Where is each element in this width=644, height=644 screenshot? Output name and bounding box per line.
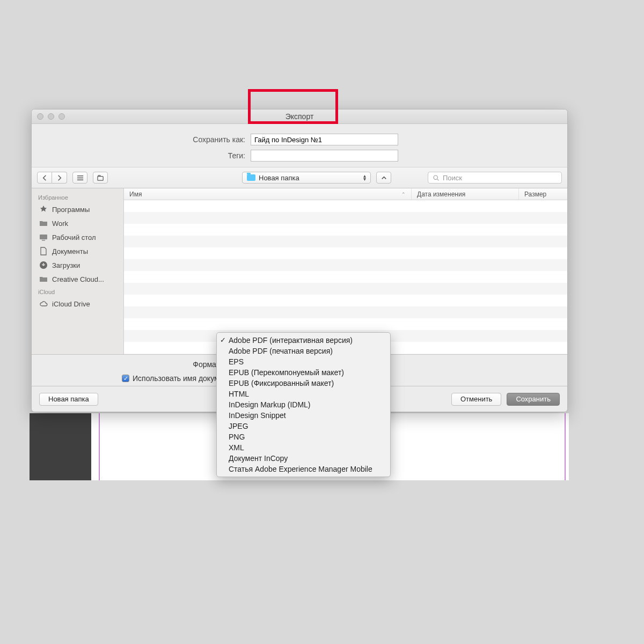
nav-back-button[interactable] [37, 172, 52, 184]
svg-rect-0 [97, 176, 103, 180]
use-doc-name-checkbox[interactable]: ✓ [122, 375, 129, 382]
annotation-highlight [248, 89, 338, 124]
format-option[interactable]: JPEG [217, 421, 390, 431]
folder-icon [247, 174, 255, 181]
group-button[interactable] [93, 172, 108, 184]
window-zoom-button[interactable] [58, 113, 65, 120]
format-option[interactable]: HTML [217, 389, 390, 399]
background-dark-strip [30, 413, 91, 480]
cancel-button[interactable]: Отменить [451, 393, 501, 406]
save-as-label: Сохранить как: [32, 135, 245, 144]
desktop-icon [39, 233, 48, 241]
svg-rect-2 [40, 235, 47, 239]
sidebar-item-work[interactable]: Work [32, 216, 123, 230]
location-label: Новая папка [259, 174, 299, 182]
format-option[interactable]: EPUB (Перекомпонуемый макет) [217, 367, 390, 378]
window-close-button[interactable] [37, 113, 43, 120]
save-button[interactable]: Сохранить [507, 393, 560, 406]
tags-input[interactable] [251, 150, 398, 162]
browser-toolbar: Новая папка ▴▾ Поиск [32, 167, 567, 188]
guide-line [99, 413, 100, 480]
format-option[interactable]: PNG [217, 431, 390, 442]
apps-icon [39, 205, 48, 214]
expand-collapse-button[interactable] [376, 172, 391, 184]
sidebar-header-icloud: iCloud [32, 286, 123, 297]
download-icon [39, 261, 48, 269]
new-folder-button[interactable]: Новая папка [39, 393, 98, 406]
guide-line [565, 413, 566, 480]
sidebar-header-favorites: Избранное [32, 192, 123, 202]
location-popup[interactable]: Новая папка ▴▾ [242, 172, 371, 184]
sort-indicator-icon: ⌃ [401, 192, 406, 197]
column-header-name[interactable]: Имя⌃ [124, 188, 412, 200]
folder-icon [39, 275, 48, 283]
sidebar-item-documents[interactable]: Документы [32, 244, 123, 258]
tags-label: Теги: [32, 151, 245, 160]
format-option[interactable]: XML [217, 442, 390, 453]
save-as-input[interactable] [251, 134, 398, 145]
file-list-empty [124, 200, 567, 354]
column-header-size[interactable]: Размер [519, 188, 567, 200]
format-option[interactable]: InDesign Markup (IDML) [217, 399, 390, 410]
format-option[interactable]: Статья Adobe Experience Manager Mobile [217, 464, 390, 474]
format-option[interactable]: Adobe PDF (печатная версия) [217, 346, 390, 356]
sidebar-item-desktop[interactable]: Рабочий стол [32, 230, 123, 244]
search-field[interactable]: Поиск [428, 172, 562, 184]
svg-rect-3 [42, 240, 45, 241]
folder-icon [39, 219, 48, 228]
titlebar: Экспорт [32, 109, 567, 124]
document-icon [39, 247, 48, 255]
format-option[interactable]: EPS [217, 356, 390, 367]
chevron-updown-icon: ▴▾ [363, 174, 366, 181]
dialog-title: Экспорт [32, 112, 567, 121]
format-dropdown-menu: Adobe PDF (интерактивная версия)Adobe PD… [216, 332, 391, 477]
format-option[interactable]: Adobe PDF (интерактивная версия) [217, 335, 390, 346]
column-header-row: Имя⌃ Дата изменения Размер [124, 188, 567, 200]
sidebar-item-apps[interactable]: Программы [32, 202, 123, 216]
search-icon [433, 174, 440, 181]
window-minimize-button[interactable] [48, 113, 54, 120]
format-option[interactable]: Документ InCopy [217, 453, 390, 464]
sidebar-item-cc[interactable]: Creative Cloud... [32, 272, 123, 286]
format-label: Формат [32, 360, 219, 369]
sidebar-item-icloud-drive[interactable]: iCloud Drive [32, 297, 123, 311]
format-option[interactable]: InDesign Snippet [217, 410, 390, 421]
cloud-icon [39, 299, 48, 308]
search-placeholder: Поиск [443, 174, 462, 182]
svg-point-1 [434, 175, 437, 179]
nav-forward-button[interactable] [52, 172, 67, 184]
sidebar-item-downloads[interactable]: Загрузки [32, 258, 123, 272]
sidebar: Избранное Программы Work Рабочий стол До… [32, 188, 124, 354]
format-option[interactable]: EPUB (Фиксированный макет) [217, 378, 390, 389]
column-header-date[interactable]: Дата изменения [412, 188, 519, 200]
view-mode-button[interactable] [72, 172, 87, 184]
